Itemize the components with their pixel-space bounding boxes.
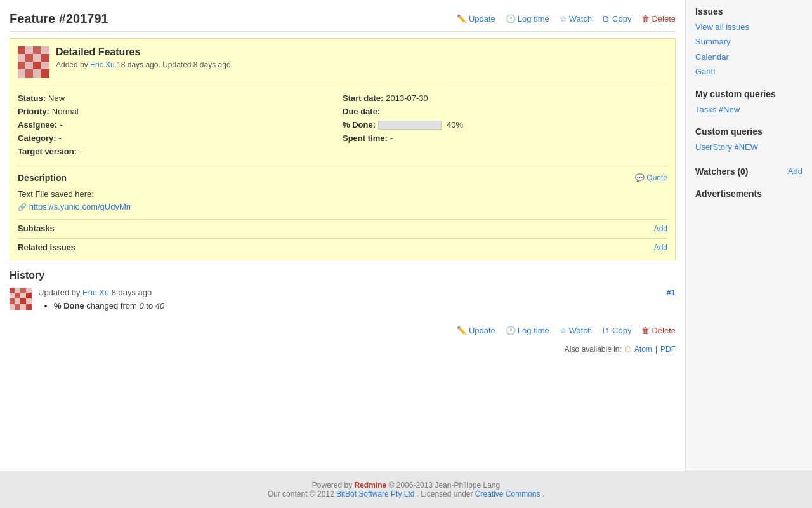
delete-link-top[interactable]: 🗑 Delete — [641, 14, 676, 23]
svg-rect-15 — [33, 69, 41, 78]
svg-rect-18 — [10, 288, 15, 293]
svg-rect-1 — [18, 46, 25, 54]
sidebar-watchers-section: Watchers (0) Add — [695, 164, 802, 178]
sidebar-item-calendar[interactable]: Calendar — [695, 50, 802, 64]
category-field: Category: - — [18, 131, 343, 145]
description-header: Description 💬 Quote — [18, 173, 667, 183]
svg-rect-14 — [25, 69, 33, 78]
quote-link[interactable]: 💬 Quote — [635, 173, 667, 182]
watch-link-bottom[interactable]: ☆ Watch — [560, 326, 592, 335]
issue-header: Detailed Features Added by Eric Xu 18 da… — [18, 46, 667, 78]
atom-link[interactable]: Atom — [634, 345, 652, 354]
svg-rect-28 — [20, 298, 26, 304]
svg-rect-21 — [26, 288, 32, 293]
update-link-top[interactable]: ✏️ Update — [457, 14, 495, 23]
update-link-bottom[interactable]: ✏️ Update — [457, 326, 495, 335]
svg-rect-13 — [18, 69, 25, 78]
watch-link-top[interactable]: ☆ Watch — [560, 14, 592, 23]
action-links-top: ✏️ Update 🕐 Log time ☆ Watch — [457, 14, 676, 23]
history-user-link[interactable]: Eric Xu — [82, 288, 109, 297]
footer-line1: Powered by Redmine © 2006-2013 Jean-Phil… — [10, 481, 802, 490]
history-entry-header: Updated by Eric Xu 8 days ago #1 — [38, 288, 676, 297]
footer-bitbot-link[interactable]: BitBot Software Pty Ltd — [336, 490, 414, 498]
page-title: Feature #201791 — [10, 11, 108, 26]
watchers-add-link[interactable]: Add — [788, 164, 802, 178]
description-text: Text File saved here: 🔗 https://s.yunio.… — [18, 188, 667, 213]
copy-icon-bottom: 🗋 — [602, 326, 610, 335]
subtasks-add-link[interactable]: Add — [654, 224, 667, 233]
svg-rect-19 — [15, 288, 20, 293]
delete-link-bottom[interactable]: 🗑 Delete — [641, 326, 676, 335]
svg-rect-31 — [15, 304, 20, 310]
svg-rect-11 — [33, 62, 41, 69]
watchers-header: Watchers (0) Add — [695, 164, 802, 178]
fields-area: Status: New Priority: Normal Assignee: - — [18, 86, 667, 158]
svg-rect-7 — [33, 54, 41, 62]
pdf-link[interactable]: PDF — [660, 345, 676, 354]
copy-link-bottom[interactable]: 🗋 Copy — [602, 326, 631, 335]
history-entry: Updated by Eric Xu 8 days ago #1 % Done … — [10, 288, 676, 313]
sidebar-item-gantt[interactable]: Gantt — [695, 64, 802, 79]
fields-grid: Status: New Priority: Normal Assignee: - — [18, 91, 667, 158]
svg-rect-24 — [20, 293, 26, 298]
svg-rect-8 — [41, 54, 49, 62]
star-icon: ☆ — [560, 14, 567, 23]
svg-rect-10 — [25, 62, 33, 69]
bottom-actions: ✏️ Update 🕐 Log time ☆ Watch — [10, 319, 676, 342]
related-issues-header: Related issues Add — [18, 243, 667, 252]
spent-time-field: Spent time: - — [343, 131, 667, 145]
description-link[interactable]: https://s.yunio.com/gUdyMn — [29, 202, 131, 211]
history-anchor[interactable]: #1 — [667, 288, 676, 297]
description-section: Description 💬 Quote Text File saved here… — [18, 166, 667, 213]
history-change-item: % Done changed from 0 to 40 — [54, 301, 676, 311]
avatar — [18, 46, 49, 78]
log-time-link-bottom[interactable]: 🕐 Log time — [506, 326, 549, 335]
issue-box: Detailed Features Added by Eric Xu 18 da… — [10, 38, 676, 260]
sidebar-my-custom-queries-section: My custom queries Tasks #New — [695, 89, 802, 117]
clock-icon-bottom: 🕐 — [506, 326, 516, 335]
svg-rect-33 — [26, 304, 32, 310]
left-fields: Status: New Priority: Normal Assignee: - — [18, 91, 343, 158]
start-date-field: Start date: 2013-07-30 — [343, 91, 667, 105]
log-time-link-top[interactable]: 🕐 Log time — [506, 14, 549, 23]
svg-rect-20 — [20, 288, 26, 293]
trash-icon-top: 🗑 — [641, 14, 650, 23]
svg-rect-3 — [33, 46, 41, 54]
star-icon-bottom: ☆ — [560, 326, 567, 335]
clock-icon: 🕐 — [506, 14, 516, 23]
sidebar-item-tasks-new[interactable]: Tasks #New — [695, 102, 802, 117]
related-issues-section: Related issues Add — [18, 238, 667, 252]
assignee-field: Assignee: - — [18, 118, 343, 131]
sidebar-item-view-all-issues[interactable]: View all issues — [695, 20, 802, 34]
sidebar-advertisements-section: Advertisements — [695, 189, 802, 199]
svg-rect-12 — [41, 62, 49, 69]
status-field: Status: New — [18, 91, 343, 105]
sidebar-item-userstory-new[interactable]: UserStory #NEW — [695, 140, 802, 154]
atom-icon: ⬡ — [625, 345, 631, 354]
page-footer: Powered by Redmine © 2006-2013 Jean-Phil… — [0, 471, 812, 508]
pencil-icon: ✏️ — [457, 14, 467, 23]
issue-author-link[interactable]: Eric Xu — [90, 60, 115, 69]
quote-icon: 💬 — [635, 173, 645, 182]
copy-icon-top: 🗋 — [602, 14, 610, 23]
also-available: Also available in: ⬡ Atom | PDF — [10, 345, 676, 354]
svg-rect-9 — [18, 62, 25, 69]
issue-title-area: Detailed Features Added by Eric Xu 18 da… — [56, 46, 667, 69]
sidebar: Issues View all issues Summary Calendar … — [685, 0, 812, 471]
history-avatar — [10, 288, 32, 310]
svg-rect-22 — [10, 293, 15, 298]
related-issues-add-link[interactable]: Add — [654, 243, 667, 252]
copy-link-top[interactable]: 🗋 Copy — [602, 14, 631, 23]
svg-rect-6 — [25, 54, 33, 62]
sidebar-item-summary[interactable]: Summary — [695, 34, 802, 49]
svg-rect-4 — [41, 46, 49, 54]
issue-meta: Added by Eric Xu 18 days ago. Updated 8 … — [56, 60, 667, 69]
target-version-field: Target version: - — [18, 145, 343, 158]
footer-redmine-link[interactable]: Redmine — [355, 481, 387, 490]
right-fields: Start date: 2013-07-30 Due date: % Done: — [343, 91, 667, 158]
footer-cc-link[interactable]: Creative Commons — [475, 490, 540, 498]
svg-rect-5 — [18, 54, 25, 62]
footer-line2: Our content © 2012 BitBot Software Pty L… — [10, 490, 802, 498]
progress-container: 40% — [378, 120, 463, 130]
svg-rect-26 — [10, 298, 15, 304]
